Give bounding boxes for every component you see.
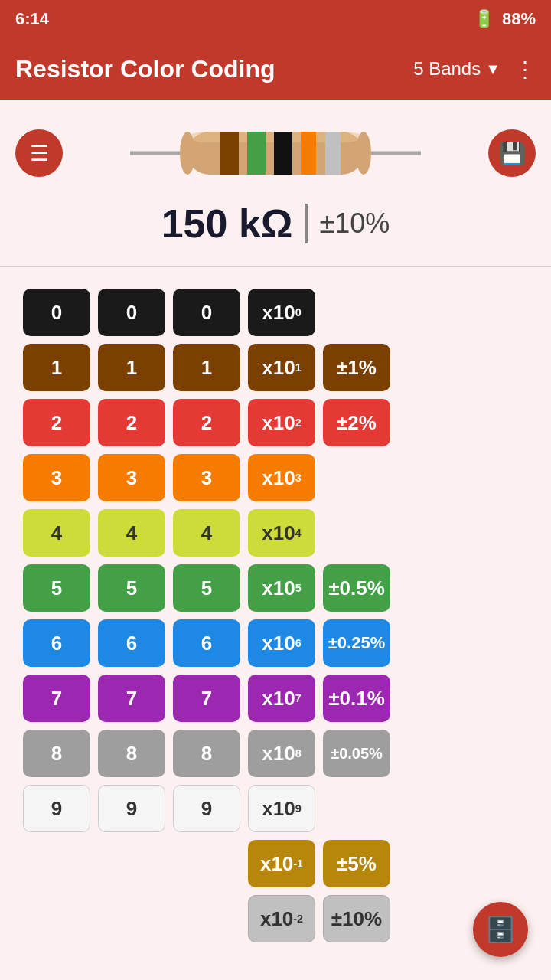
- grid-row-0: 0 0 0 x100: [23, 289, 528, 336]
- mult-9[interactable]: x109: [248, 785, 315, 832]
- digit2-3[interactable]: 3: [98, 454, 165, 501]
- digit3-8[interactable]: 8: [173, 730, 240, 777]
- header-controls: 5 Bands ▼ ⋮: [413, 57, 536, 82]
- tol-2[interactable]: ±2%: [323, 399, 390, 446]
- digit2-7[interactable]: 7: [98, 675, 165, 722]
- tol-5[interactable]: ±0.5%: [323, 564, 390, 612]
- resistor-visual: [63, 115, 488, 191]
- digit1-7[interactable]: 7: [23, 675, 90, 722]
- digit2-6[interactable]: 6: [98, 619, 165, 667]
- digit2-5[interactable]: 5: [98, 564, 165, 612]
- grid-row-10: x10-1 ±5%: [248, 840, 528, 887]
- value-display: 150 kΩ ±10%: [161, 201, 390, 247]
- digit3-2[interactable]: 2: [173, 399, 240, 446]
- digit2-4[interactable]: 4: [98, 509, 165, 557]
- digit3-5[interactable]: 5: [173, 564, 240, 612]
- grid-row-7: 7 7 7 x107 ±0.1%: [23, 675, 528, 722]
- tol-7[interactable]: ±0.1%: [323, 675, 390, 722]
- tol-1[interactable]: ±1%: [323, 344, 390, 391]
- digit2-9[interactable]: 9: [98, 785, 165, 832]
- mult-4[interactable]: x104: [248, 509, 315, 557]
- section-divider: [0, 266, 551, 267]
- digit3-7[interactable]: 7: [173, 675, 240, 722]
- value-divider: [305, 204, 308, 243]
- resistor-section: ☰: [0, 100, 551, 260]
- grid-row-8: 8 8 8 x108 ±0.05%: [23, 730, 528, 777]
- digit1-1[interactable]: 1: [23, 344, 90, 391]
- grid-row-4: 4 4 4 x104: [23, 509, 528, 557]
- digit3-6[interactable]: 6: [173, 619, 240, 667]
- digit1-3[interactable]: 3: [23, 454, 90, 501]
- app-title: Resistor Color Coding: [15, 55, 276, 83]
- digit1-4[interactable]: 4: [23, 509, 90, 557]
- digit1-0[interactable]: 0: [23, 289, 90, 336]
- tol-6[interactable]: ±0.25%: [323, 619, 390, 667]
- digit1-5[interactable]: 5: [23, 564, 90, 612]
- svg-rect-4: [220, 132, 239, 175]
- grid-row-9: 9 9 9 x109: [23, 785, 528, 832]
- grid-row-3: 3 3 3 x103: [23, 454, 528, 501]
- more-options-icon[interactable]: ⋮: [514, 57, 536, 82]
- digit3-3[interactable]: 3: [173, 454, 240, 501]
- mult-0[interactable]: x100: [248, 289, 315, 336]
- svg-rect-5: [247, 132, 266, 175]
- fab-database-button[interactable]: 🗄️: [473, 902, 528, 957]
- digit3-4[interactable]: 4: [173, 509, 240, 557]
- mult-6[interactable]: x106: [248, 619, 315, 667]
- digit1-9[interactable]: 9: [23, 785, 90, 832]
- dropdown-arrow-icon: ▼: [485, 60, 500, 78]
- bands-label: 5 Bands: [413, 58, 481, 80]
- mult-gold[interactable]: x10-1: [248, 840, 315, 887]
- digit1-8[interactable]: 8: [23, 730, 90, 777]
- digit3-1[interactable]: 1: [173, 344, 240, 391]
- save-button[interactable]: 💾: [488, 129, 536, 177]
- svg-point-10: [356, 132, 371, 175]
- tol-gold[interactable]: ±5%: [323, 840, 390, 887]
- status-bar: 6:14 🔋 88%: [0, 0, 551, 38]
- svg-rect-8: [325, 132, 341, 175]
- bands-selector[interactable]: 5 Bands ▼: [413, 58, 500, 80]
- save-icon: 💾: [499, 141, 526, 166]
- mult-5[interactable]: x105: [248, 564, 315, 612]
- mult-3[interactable]: x103: [248, 454, 315, 501]
- status-time: 6:14: [15, 9, 49, 29]
- svg-point-9: [180, 132, 195, 175]
- fab-database-icon: 🗄️: [485, 915, 516, 944]
- app-header: Resistor Color Coding 5 Bands ▼ ⋮: [0, 38, 551, 100]
- tol-8[interactable]: ±0.05%: [323, 730, 390, 777]
- battery-icon: 🔋: [474, 9, 494, 29]
- digit2-0[interactable]: 0: [98, 289, 165, 336]
- digit3-0[interactable]: 0: [173, 289, 240, 336]
- menu-icon: ☰: [30, 141, 49, 166]
- mult-silver[interactable]: x10-2: [248, 895, 315, 942]
- grid-row-1: 1 1 1 x101 ±1%: [23, 344, 528, 391]
- battery-percent: 88%: [502, 9, 536, 29]
- status-right: 🔋 88%: [474, 9, 536, 29]
- digit2-8[interactable]: 8: [98, 730, 165, 777]
- menu-button[interactable]: ☰: [15, 129, 63, 177]
- digit3-9[interactable]: 9: [173, 785, 240, 832]
- digit2-2[interactable]: 2: [98, 399, 165, 446]
- tol-silver[interactable]: ±10%: [323, 895, 390, 942]
- tolerance-value: ±10%: [320, 207, 390, 240]
- resistor-row: ☰: [8, 115, 543, 191]
- mult-2[interactable]: x102: [248, 399, 315, 446]
- resistance-value: 150 kΩ: [161, 201, 293, 247]
- grid-row-2: 2 2 2 x102 ±2%: [23, 399, 528, 446]
- resistor-svg: [130, 115, 421, 191]
- digit1-2[interactable]: 2: [23, 399, 90, 446]
- color-grid: 0 0 0 x100 1 1 1 x101 ±1% 2 2 2 x102 ±2%…: [0, 273, 551, 958]
- digit1-6[interactable]: 6: [23, 619, 90, 667]
- grid-row-6: 6 6 6 x106 ±0.25%: [23, 619, 528, 667]
- grid-row-5: 5 5 5 x105 ±0.5%: [23, 564, 528, 612]
- mult-7[interactable]: x107: [248, 675, 315, 722]
- digit2-1[interactable]: 1: [98, 344, 165, 391]
- mult-8[interactable]: x108: [248, 730, 315, 777]
- svg-rect-6: [274, 132, 292, 175]
- svg-rect-7: [301, 132, 316, 175]
- mult-1[interactable]: x101: [248, 344, 315, 391]
